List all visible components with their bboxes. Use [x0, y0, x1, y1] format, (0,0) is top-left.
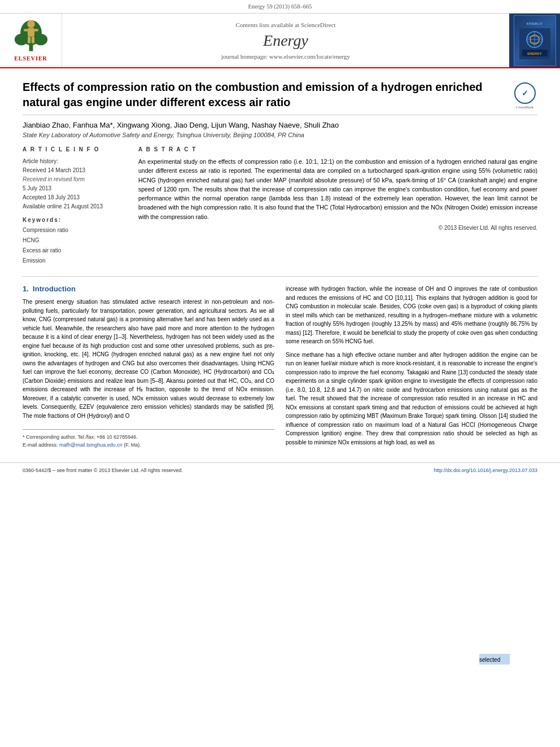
- available-label: Available online 21 August 2013: [23, 202, 127, 211]
- article-info-header: A R T I C L E I N F O: [23, 146, 127, 152]
- abstract-text: An experimental study on the effects of …: [138, 157, 537, 221]
- revised-label: Received in revised form: [23, 175, 127, 184]
- page-bottom-bar: 0360-5442/$ – see front matter © 2013 El…: [0, 462, 560, 478]
- email-address[interactable]: mafh@mail.tsinghua.edu.cn: [59, 442, 123, 448]
- keywords-section: Keywords: Compression ratio HCNG Excess …: [23, 217, 127, 266]
- article-title-section: Effects of compression ratio on the comb…: [23, 80, 537, 115]
- received-date: Received 14 March 2013: [23, 166, 127, 175]
- svg-point-4: [34, 34, 47, 46]
- keyword-3: Excess air ratio: [23, 246, 127, 256]
- sciencedirect-prefix: Contents lists available at ScienceDirec…: [235, 21, 335, 28]
- sciencedirect-link[interactable]: Contents lists available at ScienceDirec…: [235, 21, 335, 28]
- journal-reference: Energy 59 (2013) 658–665: [0, 3, 560, 10]
- crossmark-badge: ✓ CrossMark: [512, 82, 537, 110]
- elsevier-logo: ELSEVIER: [0, 14, 62, 67]
- section1-title-text: Introduction: [33, 285, 76, 293]
- article-info-panel: A R T I C L E I N F O Article history: R…: [23, 146, 127, 266]
- keyword-4: Emission: [23, 256, 127, 266]
- journal-name: Energy: [263, 32, 308, 50]
- elsevier-brand-label: ELSEVIER: [14, 55, 47, 62]
- crossmark-icon: ✓: [514, 82, 536, 104]
- svg-text:ENERGY: ENERGY: [527, 52, 541, 55]
- journal-header-section: ELSEVIER Contents lists available at Sci…: [0, 14, 560, 68]
- body-section: 1. Introduction The present energy situa…: [23, 285, 537, 451]
- svg-point-3: [14, 34, 28, 46]
- article-history: Article history: Received 14 March 2013 …: [23, 157, 127, 211]
- svg-rect-6: [28, 28, 34, 36]
- svg-point-5: [27, 20, 35, 28]
- keywords-header: Keywords:: [23, 217, 127, 223]
- accepted-label: Accepted 18 July 2013: [23, 193, 127, 202]
- journal-homepage[interactable]: journal homepage: www.elsevier.com/locat…: [221, 53, 350, 60]
- abstract-header: A B S T R A C T: [138, 146, 537, 152]
- svg-rect-10: [31, 37, 34, 43]
- doi-text[interactable]: http://dx.doi.org/10.1016/j.energy.2013.…: [434, 468, 537, 473]
- authors: Jianbiao Zhao, Fanhua Ma*, Xingwang Xion…: [23, 121, 537, 129]
- abstract-section: A B S T R A C T An experimental study on…: [138, 146, 537, 266]
- elsevier-tree-icon: [11, 19, 51, 53]
- section1-para1: The present energy situation has stimula…: [23, 298, 274, 420]
- top-bar: Energy 59 (2013) 658–665: [0, 0, 560, 14]
- svg-rect-9: [28, 37, 30, 43]
- article-title: Effects of compression ratio on the comb…: [23, 80, 512, 110]
- email-person: (F. Ma).: [124, 442, 141, 448]
- doi-link[interactable]: http://dx.doi.org/10.1016/j.energy.2013.…: [434, 468, 537, 473]
- keyword-2: HCNG: [23, 235, 127, 246]
- selected-text: selected: [479, 657, 500, 663]
- article-main: Effects of compression ratio on the comb…: [0, 68, 560, 462]
- section1-number: 1.: [23, 285, 29, 293]
- journal-center-header: Contents lists available at ScienceDirec…: [62, 14, 509, 67]
- section1-title: 1. Introduction: [23, 285, 274, 293]
- page: Energy 59 (2013) 658–665: [0, 0, 560, 747]
- cover-label: ENERGY: [527, 21, 542, 26]
- history-label: Article history:: [23, 157, 127, 166]
- cover-graphic: ENERGY: [519, 28, 550, 59]
- section-divider: [23, 276, 537, 277]
- copyright: © 2013 Elsevier Ltd. All rights reserved…: [138, 225, 537, 231]
- section1-para3: Since methane has a high effective octan…: [286, 351, 537, 447]
- body-left-column: 1. Introduction The present energy situa…: [23, 285, 274, 451]
- issn-info: 0360-5442/$ – see front matter © 2013 El…: [23, 468, 183, 473]
- section1-para2: increase with hydrogen fraction, while t…: [286, 285, 537, 346]
- affiliation: State Key Laboratory of Automotive Safet…: [23, 132, 537, 138]
- crossmark-label: CrossMark: [516, 105, 533, 110]
- text-selection-highlight: selected: [479, 654, 510, 665]
- footnote-email: E-mail address: mafh@mail.tsinghua.edu.c…: [23, 441, 274, 449]
- homepage-prefix: journal homepage: www.elsevier.com/locat…: [221, 53, 350, 60]
- keyword-1: Compression ratio: [23, 225, 127, 235]
- email-label: E-mail address:: [23, 442, 58, 448]
- svg-rect-8: [34, 29, 38, 31]
- footnote-corresponding: * Corresponding author. Tel./fax: +86 10…: [23, 433, 274, 441]
- footnotes: * Corresponding author. Tel./fax: +86 10…: [23, 429, 274, 449]
- journal-cover-image: ENERGY ENERGY: [509, 14, 560, 67]
- article-info-abstract: A R T I C L E I N F O Article history: R…: [23, 146, 537, 266]
- body-right-column: increase with hydrogen fraction, while t…: [286, 285, 537, 451]
- cover-inner: ENERGY ENERGY: [514, 15, 556, 66]
- svg-rect-7: [24, 29, 28, 31]
- revised-date: 5 July 2013: [23, 184, 127, 193]
